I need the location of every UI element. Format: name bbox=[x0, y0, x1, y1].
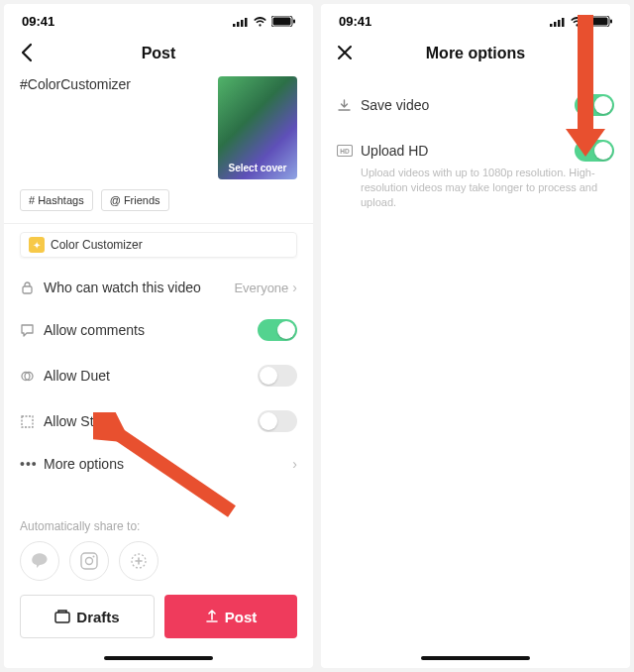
status-time: 09:41 bbox=[22, 14, 54, 29]
friends-chip[interactable]: @ Friends bbox=[101, 189, 169, 211]
svg-rect-7 bbox=[23, 286, 32, 293]
header: Post bbox=[4, 33, 313, 76]
share-label: Automatically share to: bbox=[4, 496, 313, 541]
effect-chip[interactable]: ✦ Color Customizer bbox=[20, 232, 297, 258]
signal-icon bbox=[233, 17, 249, 27]
comments-label: Allow comments bbox=[44, 322, 258, 338]
svg-rect-17 bbox=[550, 24, 553, 27]
status-time: 09:41 bbox=[339, 14, 371, 29]
sparkle-icon: ✦ bbox=[29, 237, 45, 253]
home-indicator bbox=[104, 656, 213, 660]
svg-rect-23 bbox=[610, 20, 612, 24]
select-cover-label: Select cover bbox=[229, 163, 287, 173]
upload-hd-description: Upload videos with up to 1080p resolutio… bbox=[321, 166, 630, 210]
hd-icon: HD bbox=[337, 145, 361, 157]
comment-icon bbox=[20, 323, 44, 338]
svg-rect-2 bbox=[241, 20, 244, 27]
svg-point-12 bbox=[86, 558, 93, 565]
post-screen: 09:41 Post #ColorCustomizer Select cover… bbox=[4, 4, 313, 668]
svg-rect-10 bbox=[22, 416, 33, 427]
battery-icon bbox=[271, 16, 295, 27]
svg-rect-11 bbox=[81, 553, 97, 569]
status-bar: 09:41 bbox=[321, 4, 630, 33]
duet-icon bbox=[20, 369, 44, 384]
drafts-icon bbox=[54, 610, 70, 623]
save-video-label: Save video bbox=[361, 97, 575, 113]
svg-rect-20 bbox=[562, 18, 565, 27]
home-indicator bbox=[421, 656, 530, 660]
svg-rect-3 bbox=[245, 18, 248, 27]
svg-text:HD: HD bbox=[340, 148, 350, 155]
status-icons bbox=[233, 16, 295, 27]
chevron-right-icon: › bbox=[292, 456, 297, 472]
status-bar: 09:41 bbox=[4, 4, 313, 33]
save-video-toggle[interactable] bbox=[575, 94, 614, 116]
privacy-value: Everyone bbox=[234, 280, 288, 295]
stitch-label: Allow Stitch bbox=[44, 413, 258, 429]
battery-icon bbox=[588, 16, 612, 27]
back-icon[interactable] bbox=[20, 43, 34, 67]
privacy-row[interactable]: Who can watch this video Everyone › bbox=[4, 268, 313, 307]
share-message-icon[interactable] bbox=[20, 541, 59, 581]
caption-area: #ColorCustomizer Select cover bbox=[4, 76, 313, 179]
privacy-label: Who can watch this video bbox=[44, 280, 234, 295]
lock-icon bbox=[20, 280, 44, 295]
hashtags-chip[interactable]: # Hashtags bbox=[20, 189, 93, 211]
caption-input[interactable]: #ColorCustomizer bbox=[20, 76, 208, 179]
svg-point-13 bbox=[93, 556, 95, 558]
share-add-icon[interactable] bbox=[119, 541, 158, 581]
share-instagram-icon[interactable] bbox=[69, 541, 109, 581]
duet-label: Allow Duet bbox=[44, 368, 258, 384]
upload-hd-toggle[interactable] bbox=[575, 140, 614, 162]
comments-toggle[interactable] bbox=[258, 319, 297, 341]
effect-label: Color Customizer bbox=[51, 238, 143, 252]
page-title: Post bbox=[142, 45, 176, 62]
signal-icon bbox=[550, 17, 566, 27]
status-icons bbox=[550, 16, 612, 27]
spacer bbox=[4, 484, 313, 496]
header: More options bbox=[321, 33, 630, 76]
download-icon bbox=[337, 98, 361, 113]
close-icon[interactable] bbox=[337, 41, 353, 66]
chip-row: # Hashtags @ Friends bbox=[4, 179, 313, 223]
upload-hd-label: Upload HD bbox=[361, 143, 575, 159]
post-button[interactable]: Post bbox=[164, 595, 297, 638]
duet-row: Allow Duet bbox=[4, 353, 313, 398]
bottom-buttons: Drafts Post bbox=[4, 595, 313, 650]
page-title: More options bbox=[426, 45, 525, 62]
svg-rect-15 bbox=[55, 613, 69, 622]
drafts-label: Drafts bbox=[76, 609, 119, 625]
save-video-row: Save video bbox=[321, 76, 630, 128]
comments-row: Allow comments bbox=[4, 307, 313, 353]
upload-hd-row: HD Upload HD bbox=[321, 128, 630, 166]
stitch-icon bbox=[20, 414, 44, 429]
post-icon bbox=[205, 610, 219, 623]
more-options-screen: 09:41 More options Save video HD Upload … bbox=[321, 4, 630, 668]
svg-rect-6 bbox=[293, 20, 295, 24]
spacer bbox=[321, 210, 630, 650]
stitch-row: Allow Stitch bbox=[4, 398, 313, 444]
post-label: Post bbox=[225, 609, 258, 625]
share-row bbox=[4, 541, 313, 595]
svg-rect-1 bbox=[237, 22, 240, 27]
more-options-label: More options bbox=[44, 456, 292, 472]
more-icon: ••• bbox=[20, 456, 44, 472]
wifi-icon bbox=[570, 16, 584, 27]
chevron-right-icon: › bbox=[292, 280, 297, 295]
cover-thumbnail[interactable]: Select cover bbox=[218, 76, 297, 179]
svg-rect-0 bbox=[233, 24, 236, 27]
wifi-icon bbox=[253, 16, 267, 27]
svg-rect-5 bbox=[273, 18, 291, 26]
svg-rect-22 bbox=[590, 18, 608, 26]
svg-rect-18 bbox=[554, 22, 557, 27]
svg-rect-19 bbox=[558, 20, 561, 27]
drafts-button[interactable]: Drafts bbox=[20, 595, 155, 638]
more-options-row[interactable]: ••• More options › bbox=[4, 444, 313, 484]
duet-toggle[interactable] bbox=[258, 365, 297, 387]
divider bbox=[4, 223, 313, 224]
stitch-toggle[interactable] bbox=[258, 410, 297, 432]
